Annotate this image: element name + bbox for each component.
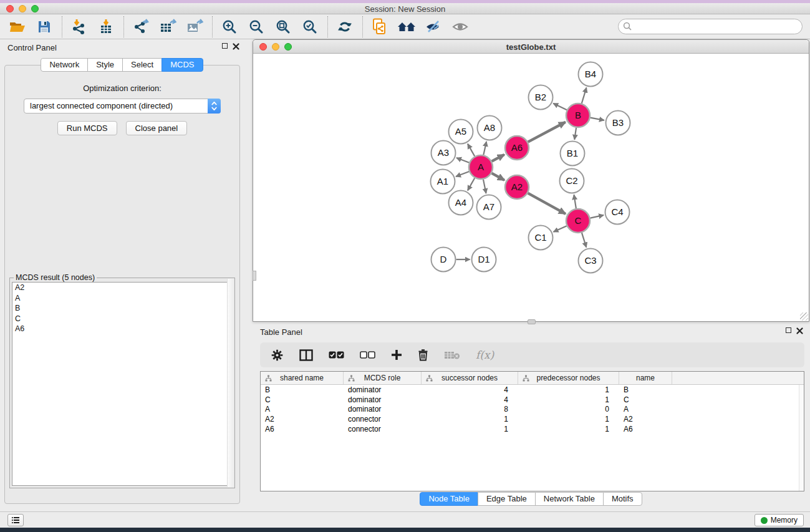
table-cell[interactable]: 1: [518, 395, 619, 404]
graph-node-A7[interactable]: A7: [477, 195, 501, 220]
mcds-result-item[interactable]: A6: [12, 324, 232, 334]
horizontal-split-handle[interactable]: [528, 319, 536, 324]
table-cell[interactable]: A: [261, 405, 344, 414]
table-settings-button[interactable]: [271, 349, 284, 362]
graph-node-D1[interactable]: D1: [472, 248, 496, 272]
close-table-panel-icon[interactable]: [796, 327, 803, 334]
zoom-out-button[interactable]: [245, 16, 268, 37]
mcds-result-item[interactable]: A: [12, 293, 232, 304]
deselect-all-button[interactable]: [360, 351, 375, 359]
graph-edge-A-A8[interactable]: [483, 142, 486, 155]
table-tab-network-table[interactable]: Network Table: [535, 492, 604, 506]
mcds-result-item[interactable]: A2: [12, 283, 232, 293]
table-cell[interactable]: A6: [261, 425, 344, 433]
column-header-predecessor-nodes[interactable]: predecessor nodes: [518, 372, 619, 384]
close-panel-icon[interactable]: [233, 43, 239, 50]
graph-edge-C-C1[interactable]: [554, 226, 567, 232]
function-builder-button[interactable]: f(x): [476, 349, 494, 361]
table-cell[interactable]: 1: [518, 425, 619, 433]
search-input[interactable]: [635, 21, 802, 33]
graph-edge-A-A2[interactable]: [492, 173, 504, 180]
mcds-result-item[interactable]: B: [12, 303, 232, 314]
graph-node-B[interactable]: B: [566, 104, 590, 127]
tab-select[interactable]: Select: [122, 58, 162, 72]
table-cell[interactable]: A2: [619, 415, 672, 423]
graph-node-B1[interactable]: B1: [561, 142, 585, 166]
column-header-successor-nodes[interactable]: successor nodes: [422, 372, 518, 384]
table-cell[interactable]: 4: [422, 385, 518, 394]
float-panel-icon[interactable]: [222, 43, 228, 49]
table-cell[interactable]: 1: [422, 425, 518, 433]
graph-node-A3[interactable]: A3: [432, 141, 456, 165]
select-all-button[interactable]: [329, 351, 344, 359]
table-cell[interactable]: C: [261, 395, 344, 404]
table-cell[interactable]: A2: [261, 415, 344, 423]
graph-edge-A6-B[interactable]: [528, 122, 566, 142]
table-cell[interactable]: dominator: [344, 395, 422, 404]
result-scrollbar[interactable]: [227, 279, 234, 487]
column-header-shared-name[interactable]: shared name: [261, 372, 344, 384]
table-cell[interactable]: 8: [422, 405, 518, 414]
close-panel-button[interactable]: Close panel: [126, 121, 188, 135]
table-cell[interactable]: B: [261, 385, 344, 394]
graph-node-C3[interactable]: C3: [579, 249, 603, 273]
column-header-MCDS-role[interactable]: MCDS role: [344, 372, 422, 384]
column-selector-button[interactable]: [299, 349, 313, 361]
zoom-in-button[interactable]: [218, 16, 241, 37]
table-cell[interactable]: connector: [344, 425, 422, 433]
window-resize-grip[interactable]: [800, 312, 808, 321]
panel-divider-grip[interactable]: [253, 271, 256, 281]
graph-edge-C-C4[interactable]: [591, 215, 604, 218]
table-cell[interactable]: 0: [518, 405, 619, 414]
network-canvas[interactable]: B4B2BB3A5A8A6B1A3AC2A1A2A4A7C4CC1C3DD1: [253, 54, 809, 321]
graph-edge-A-A3[interactable]: [456, 158, 469, 163]
hide-graphics-details-button[interactable]: [422, 16, 445, 37]
table-cell[interactable]: dominator: [344, 385, 422, 394]
graph-edge-B-B2[interactable]: [553, 104, 567, 110]
table-cell[interactable]: 4: [422, 395, 518, 404]
home-button[interactable]: [395, 16, 418, 37]
graph-node-B2[interactable]: B2: [529, 85, 553, 110]
graph-node-C1[interactable]: C1: [529, 226, 553, 250]
graph-node-C4[interactable]: C4: [605, 200, 630, 225]
graph-edge-A-A7[interactable]: [483, 180, 486, 193]
export-image-button[interactable]: [183, 16, 206, 37]
table-scrollbar[interactable]: [799, 385, 804, 491]
zoom-selected-button[interactable]: [299, 16, 321, 37]
graph-node-C2[interactable]: C2: [560, 169, 584, 193]
open-session-button[interactable]: [6, 16, 29, 37]
table-cell[interactable]: dominator: [344, 405, 422, 414]
table-row[interactable]: A6connector11A6: [261, 424, 804, 434]
table-cell[interactable]: 1: [518, 415, 619, 423]
add-column-button[interactable]: [391, 349, 402, 360]
table-row[interactable]: Bdominator41B: [261, 385, 804, 395]
table-cell[interactable]: connector: [344, 415, 422, 423]
table-row[interactable]: Cdominator41C: [261, 395, 804, 405]
table-tab-motifs[interactable]: Motifs: [603, 492, 642, 506]
tab-style[interactable]: Style: [87, 58, 123, 72]
criterion-dropdown[interactable]: largest connected component (directed): [24, 99, 221, 114]
save-session-button[interactable]: [33, 16, 55, 37]
show-graphics-details-button[interactable]: [449, 16, 471, 37]
refresh-view-button[interactable]: [334, 16, 356, 37]
graph-edge-B-B3[interactable]: [591, 118, 604, 120]
table-tab-edge-table[interactable]: Edge Table: [478, 492, 536, 506]
delete-table-button[interactable]: [444, 351, 460, 360]
table-cell[interactable]: 1: [422, 415, 518, 423]
delete-column-button[interactable]: [418, 349, 428, 361]
graph-edge-A-A4[interactable]: [468, 178, 475, 190]
graph-node-A[interactable]: A: [469, 155, 493, 179]
graph-edge-A-A5[interactable]: [468, 144, 475, 157]
table-cell[interactable]: C: [619, 395, 672, 404]
float-table-panel-icon[interactable]: [786, 327, 791, 333]
graph-edge-A-A1[interactable]: [456, 172, 469, 177]
table-cell[interactable]: B: [619, 385, 672, 394]
table-cell[interactable]: A: [619, 405, 672, 414]
graph-node-A5[interactable]: A5: [449, 120, 473, 144]
open-network-file-button[interactable]: [369, 16, 391, 37]
graph-node-A6[interactable]: A6: [505, 136, 529, 160]
task-history-button[interactable]: [7, 514, 24, 526]
search-field[interactable]: [618, 19, 803, 34]
graph-edge-A-A6[interactable]: [492, 155, 504, 162]
zoom-fit-button[interactable]: [272, 16, 294, 37]
